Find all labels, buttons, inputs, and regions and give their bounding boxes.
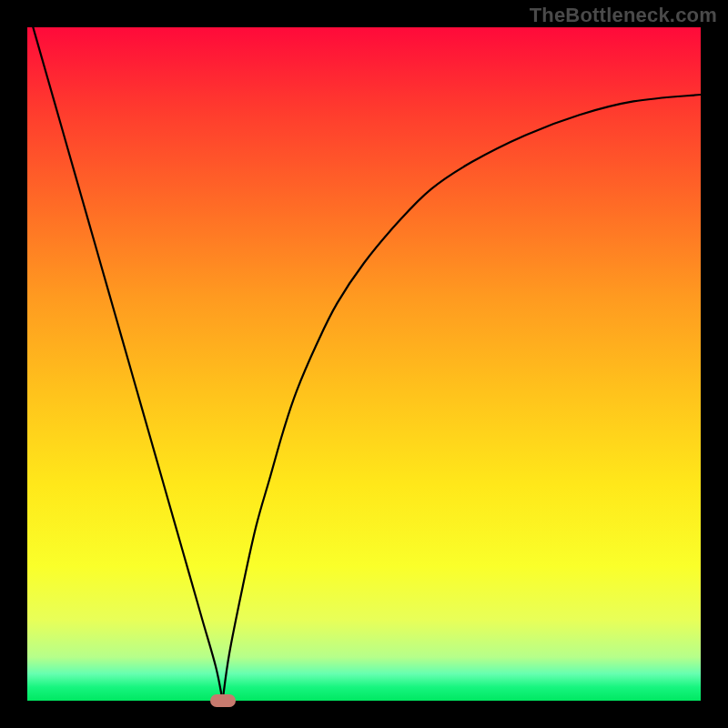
chart-stage: TheBottleneck.com [0, 0, 728, 728]
curve-svg [27, 27, 701, 701]
watermark-text: TheBottleneck.com [530, 4, 717, 27]
left-branch-path [27, 27, 223, 701]
plot-area [27, 27, 701, 701]
right-branch-path [223, 95, 701, 701]
vertex-marker [210, 694, 236, 707]
